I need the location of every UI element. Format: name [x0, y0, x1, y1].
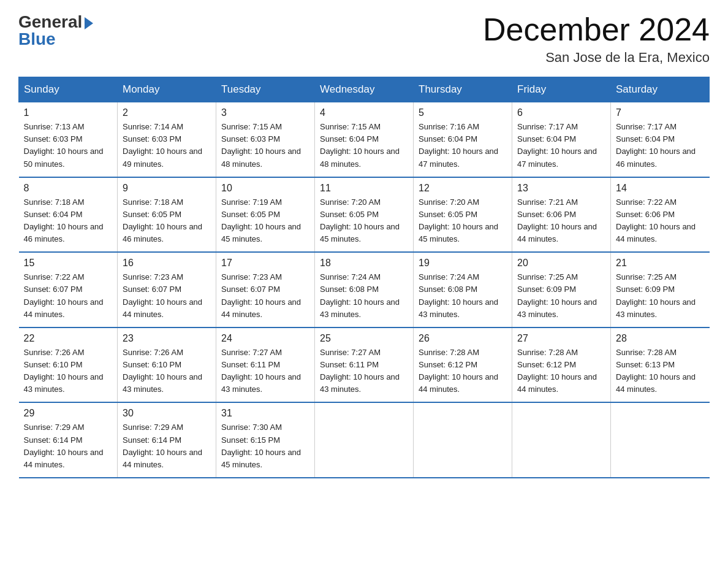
- day-info: Sunrise: 7:28 AMSunset: 6:12 PMDaylight:…: [517, 347, 605, 396]
- calendar-cell: 11Sunrise: 7:20 AMSunset: 6:05 PMDayligh…: [315, 177, 414, 253]
- day-info: Sunrise: 7:15 AMSunset: 6:03 PMDaylight:…: [221, 121, 309, 170]
- day-info: Sunrise: 7:21 AMSunset: 6:06 PMDaylight:…: [517, 196, 605, 246]
- day-info: Sunrise: 7:20 AMSunset: 6:05 PMDaylight:…: [320, 196, 408, 246]
- calendar-week-row: 22Sunrise: 7:26 AMSunset: 6:10 PMDayligh…: [19, 327, 710, 403]
- day-number: 30: [123, 408, 211, 419]
- title-area: December 2024 San Jose de la Era, Mexico: [483, 12, 710, 66]
- day-number: 29: [24, 408, 113, 419]
- day-info: Sunrise: 7:13 AMSunset: 6:03 PMDaylight:…: [24, 121, 113, 170]
- day-number: 28: [616, 333, 705, 344]
- day-number: 27: [517, 333, 605, 344]
- calendar-cell: 26Sunrise: 7:28 AMSunset: 6:12 PMDayligh…: [414, 327, 512, 403]
- day-number: 9: [123, 183, 211, 194]
- calendar-cell: 5Sunrise: 7:16 AMSunset: 6:04 PMDaylight…: [414, 102, 512, 177]
- day-info: Sunrise: 7:22 AMSunset: 6:06 PMDaylight:…: [616, 196, 705, 246]
- day-number: 1: [24, 107, 113, 118]
- day-number: 15: [24, 258, 113, 269]
- day-number: 14: [616, 183, 705, 194]
- calendar-cell: 30Sunrise: 7:29 AMSunset: 6:14 PMDayligh…: [118, 402, 216, 478]
- calendar-cell: 13Sunrise: 7:21 AMSunset: 6:06 PMDayligh…: [512, 177, 611, 253]
- calendar-cell: 28Sunrise: 7:28 AMSunset: 6:13 PMDayligh…: [611, 327, 710, 403]
- page-header: General Blue December 2024 San Jose de l…: [18, 12, 710, 66]
- day-number: 4: [320, 107, 408, 118]
- calendar-cell: 21Sunrise: 7:25 AMSunset: 6:09 PMDayligh…: [611, 252, 710, 327]
- day-info: Sunrise: 7:18 AMSunset: 6:04 PMDaylight:…: [24, 196, 113, 246]
- calendar-week-row: 29Sunrise: 7:29 AMSunset: 6:14 PMDayligh…: [19, 402, 710, 478]
- calendar-cell: 17Sunrise: 7:23 AMSunset: 6:07 PMDayligh…: [216, 252, 315, 327]
- day-number: 23: [123, 333, 211, 344]
- header-monday: Monday: [118, 77, 216, 102]
- day-number: 13: [517, 183, 605, 194]
- day-info: Sunrise: 7:14 AMSunset: 6:03 PMDaylight:…: [123, 121, 211, 170]
- calendar-week-row: 1Sunrise: 7:13 AMSunset: 6:03 PMDaylight…: [19, 102, 710, 177]
- day-info: Sunrise: 7:17 AMSunset: 6:04 PMDaylight:…: [517, 121, 605, 170]
- calendar-cell: 25Sunrise: 7:27 AMSunset: 6:11 PMDayligh…: [315, 327, 414, 403]
- day-number: 16: [123, 258, 211, 269]
- day-info: Sunrise: 7:28 AMSunset: 6:12 PMDaylight:…: [419, 347, 507, 396]
- calendar-cell: [512, 402, 611, 478]
- day-number: 19: [419, 258, 507, 269]
- day-info: Sunrise: 7:24 AMSunset: 6:08 PMDaylight:…: [320, 271, 408, 321]
- day-number: 17: [221, 258, 309, 269]
- day-number: 6: [517, 107, 605, 118]
- calendar-cell: 31Sunrise: 7:30 AMSunset: 6:15 PMDayligh…: [216, 402, 315, 478]
- day-info: Sunrise: 7:18 AMSunset: 6:05 PMDaylight:…: [123, 196, 211, 246]
- day-number: 3: [221, 107, 309, 118]
- calendar-header-row: SundayMondayTuesdayWednesdayThursdayFrid…: [19, 77, 710, 102]
- calendar-cell: [315, 402, 414, 478]
- calendar-cell: 10Sunrise: 7:19 AMSunset: 6:05 PMDayligh…: [216, 177, 315, 253]
- calendar-cell: 8Sunrise: 7:18 AMSunset: 6:04 PMDaylight…: [19, 177, 118, 253]
- day-number: 21: [616, 258, 705, 269]
- calendar-cell: 9Sunrise: 7:18 AMSunset: 6:05 PMDaylight…: [118, 177, 216, 253]
- calendar-week-row: 15Sunrise: 7:22 AMSunset: 6:07 PMDayligh…: [19, 252, 710, 327]
- calendar-cell: 15Sunrise: 7:22 AMSunset: 6:07 PMDayligh…: [19, 252, 118, 327]
- day-number: 7: [616, 107, 705, 118]
- day-number: 12: [419, 183, 507, 194]
- day-info: Sunrise: 7:27 AMSunset: 6:11 PMDaylight:…: [221, 347, 309, 396]
- header-sunday: Sunday: [19, 77, 118, 102]
- day-info: Sunrise: 7:27 AMSunset: 6:11 PMDaylight:…: [320, 347, 408, 396]
- day-number: 31: [221, 408, 309, 419]
- day-info: Sunrise: 7:23 AMSunset: 6:07 PMDaylight:…: [123, 271, 211, 321]
- header-wednesday: Wednesday: [315, 77, 414, 102]
- day-number: 20: [517, 258, 605, 269]
- calendar-cell: 20Sunrise: 7:25 AMSunset: 6:09 PMDayligh…: [512, 252, 611, 327]
- calendar-cell: 2Sunrise: 7:14 AMSunset: 6:03 PMDaylight…: [118, 102, 216, 177]
- day-number: 26: [419, 333, 507, 344]
- calendar-cell: 12Sunrise: 7:20 AMSunset: 6:05 PMDayligh…: [414, 177, 512, 253]
- header-saturday: Saturday: [611, 77, 710, 102]
- calendar-cell: [414, 402, 512, 478]
- day-number: 22: [24, 333, 113, 344]
- day-number: 24: [221, 333, 309, 344]
- calendar-cell: [611, 402, 710, 478]
- day-info: Sunrise: 7:22 AMSunset: 6:07 PMDaylight:…: [24, 271, 113, 321]
- day-info: Sunrise: 7:29 AMSunset: 6:14 PMDaylight:…: [123, 421, 211, 471]
- day-info: Sunrise: 7:23 AMSunset: 6:07 PMDaylight:…: [221, 271, 309, 321]
- calendar-cell: 19Sunrise: 7:24 AMSunset: 6:08 PMDayligh…: [414, 252, 512, 327]
- day-info: Sunrise: 7:29 AMSunset: 6:14 PMDaylight:…: [24, 421, 113, 471]
- calendar-cell: 22Sunrise: 7:26 AMSunset: 6:10 PMDayligh…: [19, 327, 118, 403]
- calendar-cell: 1Sunrise: 7:13 AMSunset: 6:03 PMDaylight…: [19, 102, 118, 177]
- month-title: December 2024: [483, 12, 710, 47]
- header-tuesday: Tuesday: [216, 77, 315, 102]
- day-info: Sunrise: 7:26 AMSunset: 6:10 PMDaylight:…: [123, 347, 211, 396]
- day-info: Sunrise: 7:15 AMSunset: 6:04 PMDaylight:…: [320, 121, 408, 170]
- day-info: Sunrise: 7:20 AMSunset: 6:05 PMDaylight:…: [419, 196, 507, 246]
- day-info: Sunrise: 7:28 AMSunset: 6:13 PMDaylight:…: [616, 347, 705, 396]
- calendar-cell: 4Sunrise: 7:15 AMSunset: 6:04 PMDaylight…: [315, 102, 414, 177]
- location-text: San Jose de la Era, Mexico: [483, 50, 710, 66]
- header-friday: Friday: [512, 77, 611, 102]
- day-number: 18: [320, 258, 408, 269]
- day-info: Sunrise: 7:17 AMSunset: 6:04 PMDaylight:…: [616, 121, 705, 170]
- calendar-cell: 3Sunrise: 7:15 AMSunset: 6:03 PMDaylight…: [216, 102, 315, 177]
- calendar-cell: 14Sunrise: 7:22 AMSunset: 6:06 PMDayligh…: [611, 177, 710, 253]
- day-number: 11: [320, 183, 408, 194]
- logo-blue-text: Blue: [18, 29, 56, 49]
- day-info: Sunrise: 7:25 AMSunset: 6:09 PMDaylight:…: [616, 271, 705, 321]
- day-info: Sunrise: 7:19 AMSunset: 6:05 PMDaylight:…: [221, 196, 309, 246]
- day-number: 25: [320, 333, 408, 344]
- day-info: Sunrise: 7:24 AMSunset: 6:08 PMDaylight:…: [419, 271, 507, 321]
- calendar-cell: 27Sunrise: 7:28 AMSunset: 6:12 PMDayligh…: [512, 327, 611, 403]
- logo-arrow-icon: [85, 17, 93, 29]
- day-info: Sunrise: 7:16 AMSunset: 6:04 PMDaylight:…: [419, 121, 507, 170]
